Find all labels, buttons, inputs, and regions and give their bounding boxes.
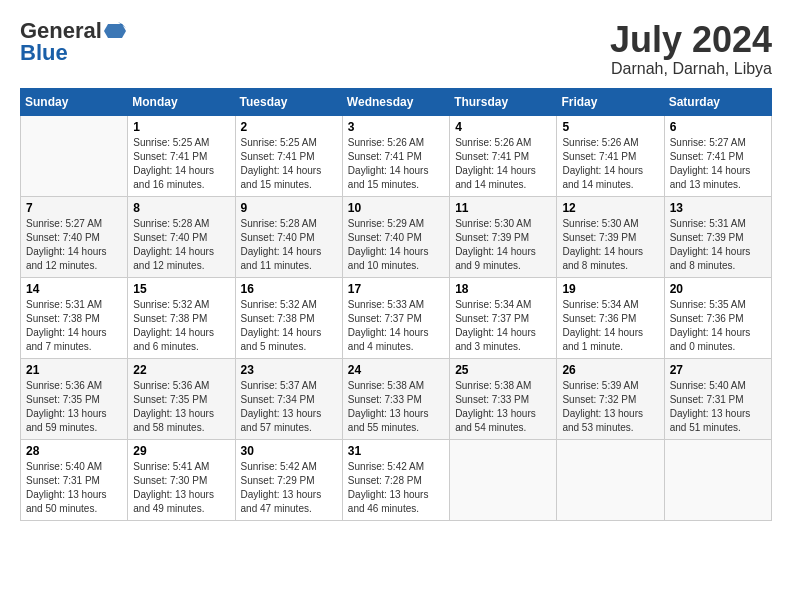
day-info: Sunrise: 5:33 AM Sunset: 7:37 PM Dayligh… xyxy=(348,298,444,354)
day-info: Sunrise: 5:42 AM Sunset: 7:28 PM Dayligh… xyxy=(348,460,444,516)
logo-general-text: General xyxy=(20,20,102,42)
month-year-title: July 2024 xyxy=(610,20,772,60)
weekday-header: Saturday xyxy=(664,88,771,115)
day-number: 19 xyxy=(562,282,658,296)
day-number: 3 xyxy=(348,120,444,134)
day-info: Sunrise: 5:29 AM Sunset: 7:40 PM Dayligh… xyxy=(348,217,444,273)
day-number: 24 xyxy=(348,363,444,377)
calendar-cell: 9Sunrise: 5:28 AM Sunset: 7:40 PM Daylig… xyxy=(235,196,342,277)
calendar-week-row: 1Sunrise: 5:25 AM Sunset: 7:41 PM Daylig… xyxy=(21,115,772,196)
calendar-cell: 5Sunrise: 5:26 AM Sunset: 7:41 PM Daylig… xyxy=(557,115,664,196)
day-number: 18 xyxy=(455,282,551,296)
calendar-cell: 19Sunrise: 5:34 AM Sunset: 7:36 PM Dayli… xyxy=(557,277,664,358)
logo: General Blue xyxy=(20,20,126,64)
logo-blue-text: Blue xyxy=(20,42,68,64)
calendar-cell: 8Sunrise: 5:28 AM Sunset: 7:40 PM Daylig… xyxy=(128,196,235,277)
day-number: 30 xyxy=(241,444,337,458)
weekday-header: Wednesday xyxy=(342,88,449,115)
day-info: Sunrise: 5:26 AM Sunset: 7:41 PM Dayligh… xyxy=(455,136,551,192)
day-info: Sunrise: 5:38 AM Sunset: 7:33 PM Dayligh… xyxy=(455,379,551,435)
day-info: Sunrise: 5:26 AM Sunset: 7:41 PM Dayligh… xyxy=(348,136,444,192)
day-info: Sunrise: 5:27 AM Sunset: 7:41 PM Dayligh… xyxy=(670,136,766,192)
day-info: Sunrise: 5:30 AM Sunset: 7:39 PM Dayligh… xyxy=(455,217,551,273)
day-info: Sunrise: 5:31 AM Sunset: 7:38 PM Dayligh… xyxy=(26,298,122,354)
day-number: 5 xyxy=(562,120,658,134)
day-number: 2 xyxy=(241,120,337,134)
logo-bird-icon xyxy=(104,20,126,42)
day-info: Sunrise: 5:30 AM Sunset: 7:39 PM Dayligh… xyxy=(562,217,658,273)
calendar-cell: 2Sunrise: 5:25 AM Sunset: 7:41 PM Daylig… xyxy=(235,115,342,196)
day-info: Sunrise: 5:28 AM Sunset: 7:40 PM Dayligh… xyxy=(241,217,337,273)
calendar-cell: 29Sunrise: 5:41 AM Sunset: 7:30 PM Dayli… xyxy=(128,439,235,520)
day-info: Sunrise: 5:38 AM Sunset: 7:33 PM Dayligh… xyxy=(348,379,444,435)
weekday-header: Sunday xyxy=(21,88,128,115)
day-number: 9 xyxy=(241,201,337,215)
calendar-week-row: 28Sunrise: 5:40 AM Sunset: 7:31 PM Dayli… xyxy=(21,439,772,520)
weekday-header: Tuesday xyxy=(235,88,342,115)
calendar-cell xyxy=(664,439,771,520)
calendar-cell: 3Sunrise: 5:26 AM Sunset: 7:41 PM Daylig… xyxy=(342,115,449,196)
day-info: Sunrise: 5:40 AM Sunset: 7:31 PM Dayligh… xyxy=(26,460,122,516)
calendar-week-row: 21Sunrise: 5:36 AM Sunset: 7:35 PM Dayli… xyxy=(21,358,772,439)
svg-marker-0 xyxy=(104,24,126,38)
day-number: 12 xyxy=(562,201,658,215)
calendar-cell: 18Sunrise: 5:34 AM Sunset: 7:37 PM Dayli… xyxy=(450,277,557,358)
calendar-cell: 16Sunrise: 5:32 AM Sunset: 7:38 PM Dayli… xyxy=(235,277,342,358)
calendar-cell xyxy=(21,115,128,196)
calendar-cell: 10Sunrise: 5:29 AM Sunset: 7:40 PM Dayli… xyxy=(342,196,449,277)
calendar-cell xyxy=(450,439,557,520)
day-number: 31 xyxy=(348,444,444,458)
calendar-cell: 13Sunrise: 5:31 AM Sunset: 7:39 PM Dayli… xyxy=(664,196,771,277)
location-subtitle: Darnah, Darnah, Libya xyxy=(610,60,772,78)
day-info: Sunrise: 5:39 AM Sunset: 7:32 PM Dayligh… xyxy=(562,379,658,435)
day-info: Sunrise: 5:42 AM Sunset: 7:29 PM Dayligh… xyxy=(241,460,337,516)
calendar-cell: 1Sunrise: 5:25 AM Sunset: 7:41 PM Daylig… xyxy=(128,115,235,196)
day-number: 8 xyxy=(133,201,229,215)
day-number: 11 xyxy=(455,201,551,215)
page-header: General Blue July 2024 Darnah, Darnah, L… xyxy=(20,20,772,78)
calendar-cell: 21Sunrise: 5:36 AM Sunset: 7:35 PM Dayli… xyxy=(21,358,128,439)
day-number: 27 xyxy=(670,363,766,377)
calendar-table: SundayMondayTuesdayWednesdayThursdayFrid… xyxy=(20,88,772,521)
weekday-header-row: SundayMondayTuesdayWednesdayThursdayFrid… xyxy=(21,88,772,115)
calendar-cell: 23Sunrise: 5:37 AM Sunset: 7:34 PM Dayli… xyxy=(235,358,342,439)
day-info: Sunrise: 5:32 AM Sunset: 7:38 PM Dayligh… xyxy=(133,298,229,354)
day-number: 29 xyxy=(133,444,229,458)
calendar-cell: 15Sunrise: 5:32 AM Sunset: 7:38 PM Dayli… xyxy=(128,277,235,358)
day-number: 28 xyxy=(26,444,122,458)
calendar-cell: 4Sunrise: 5:26 AM Sunset: 7:41 PM Daylig… xyxy=(450,115,557,196)
day-number: 14 xyxy=(26,282,122,296)
day-number: 10 xyxy=(348,201,444,215)
day-info: Sunrise: 5:26 AM Sunset: 7:41 PM Dayligh… xyxy=(562,136,658,192)
calendar-cell: 6Sunrise: 5:27 AM Sunset: 7:41 PM Daylig… xyxy=(664,115,771,196)
day-number: 7 xyxy=(26,201,122,215)
calendar-cell: 11Sunrise: 5:30 AM Sunset: 7:39 PM Dayli… xyxy=(450,196,557,277)
title-block: July 2024 Darnah, Darnah, Libya xyxy=(610,20,772,78)
day-info: Sunrise: 5:31 AM Sunset: 7:39 PM Dayligh… xyxy=(670,217,766,273)
day-number: 20 xyxy=(670,282,766,296)
weekday-header: Friday xyxy=(557,88,664,115)
calendar-cell: 31Sunrise: 5:42 AM Sunset: 7:28 PM Dayli… xyxy=(342,439,449,520)
weekday-header: Thursday xyxy=(450,88,557,115)
day-number: 16 xyxy=(241,282,337,296)
calendar-cell: 24Sunrise: 5:38 AM Sunset: 7:33 PM Dayli… xyxy=(342,358,449,439)
calendar-cell: 7Sunrise: 5:27 AM Sunset: 7:40 PM Daylig… xyxy=(21,196,128,277)
day-number: 17 xyxy=(348,282,444,296)
day-number: 6 xyxy=(670,120,766,134)
day-info: Sunrise: 5:25 AM Sunset: 7:41 PM Dayligh… xyxy=(241,136,337,192)
calendar-cell: 26Sunrise: 5:39 AM Sunset: 7:32 PM Dayli… xyxy=(557,358,664,439)
day-info: Sunrise: 5:27 AM Sunset: 7:40 PM Dayligh… xyxy=(26,217,122,273)
calendar-cell: 17Sunrise: 5:33 AM Sunset: 7:37 PM Dayli… xyxy=(342,277,449,358)
day-number: 21 xyxy=(26,363,122,377)
calendar-cell: 27Sunrise: 5:40 AM Sunset: 7:31 PM Dayli… xyxy=(664,358,771,439)
day-info: Sunrise: 5:36 AM Sunset: 7:35 PM Dayligh… xyxy=(133,379,229,435)
calendar-cell xyxy=(557,439,664,520)
calendar-cell: 12Sunrise: 5:30 AM Sunset: 7:39 PM Dayli… xyxy=(557,196,664,277)
calendar-cell: 22Sunrise: 5:36 AM Sunset: 7:35 PM Dayli… xyxy=(128,358,235,439)
day-info: Sunrise: 5:32 AM Sunset: 7:38 PM Dayligh… xyxy=(241,298,337,354)
calendar-cell: 30Sunrise: 5:42 AM Sunset: 7:29 PM Dayli… xyxy=(235,439,342,520)
day-number: 26 xyxy=(562,363,658,377)
day-number: 1 xyxy=(133,120,229,134)
day-info: Sunrise: 5:36 AM Sunset: 7:35 PM Dayligh… xyxy=(26,379,122,435)
day-info: Sunrise: 5:40 AM Sunset: 7:31 PM Dayligh… xyxy=(670,379,766,435)
